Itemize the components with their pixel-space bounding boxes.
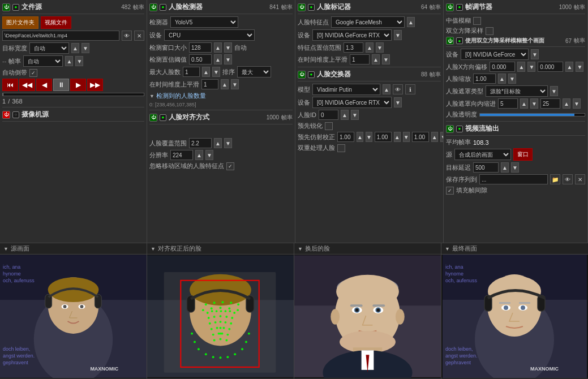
delay-input[interactable] <box>473 162 499 173</box>
output-power-btn[interactable]: ⏻ <box>446 125 454 133</box>
lm-sm-down[interactable]: ▼ <box>382 54 390 64</box>
source-collapse[interactable]: ▼ <box>3 246 8 252</box>
eye-icon[interactable]: 👁 <box>122 31 132 41</box>
save-folder-icon[interactable]: 📁 <box>550 174 560 184</box>
tab-image-folder[interactable]: 图片文件夹 <box>2 16 38 29</box>
output-check[interactable]: ● <box>456 126 463 132</box>
pre-align-v3[interactable] <box>412 132 429 142</box>
coverage-input[interactable] <box>189 138 212 148</box>
er-up[interactable]: ▲ <box>520 98 528 109</box>
opacity-slider[interactable] <box>479 113 585 117</box>
threshold-down[interactable]: ▼ <box>224 54 232 64</box>
resolution-up[interactable]: ▲ <box>195 150 203 160</box>
pa2-up[interactable]: ▲ <box>394 132 401 142</box>
max-faces-up[interactable]: ▲ <box>202 67 210 77</box>
max-faces-down[interactable]: ▼ <box>212 67 220 77</box>
swap-dev-btn[interactable]: ▼ <box>394 97 402 107</box>
camera-check[interactable]: ○ <box>12 111 19 118</box>
detector-select[interactable]: YoloV5 <box>170 16 238 28</box>
swap-model-select[interactable]: Vladimir Putin <box>312 84 380 95</box>
ffwd-btn[interactable]: ▶▶ <box>87 79 103 91</box>
threshold-input[interactable] <box>189 54 212 64</box>
dual-check[interactable] <box>337 144 345 152</box>
window-size-input[interactable] <box>189 42 212 53</box>
adj-device-select[interactable]: [0] NVIDIA GeForce <box>461 49 529 60</box>
pre-align-v1[interactable] <box>337 132 354 142</box>
landmark-check[interactable]: ● <box>308 4 315 11</box>
super-check[interactable]: ● <box>456 37 463 44</box>
fps-select[interactable]: 自动 <box>23 55 63 67</box>
adj-dev-btn[interactable]: ▼ <box>531 49 539 59</box>
file-power-btn[interactable]: ⏻ <box>2 3 10 11</box>
window-btn[interactable]: 窗口 <box>513 148 533 161</box>
final-collapse[interactable]: ▼ <box>445 246 450 252</box>
swap-check[interactable]: ● <box>308 71 315 78</box>
fps-up[interactable]: ▲ <box>65 56 73 66</box>
threshold-up[interactable]: ▲ <box>214 54 222 64</box>
blur-input[interactable] <box>540 98 560 109</box>
lm-device-select[interactable]: [0] NVIDIA GeForce RTX 3 <box>312 29 392 41</box>
erode-input[interactable] <box>498 98 518 109</box>
target-width-up[interactable]: ▲ <box>71 43 79 53</box>
lm-smooth-input[interactable] <box>350 54 370 64</box>
lm-up[interactable]: ▲ <box>407 17 415 27</box>
fr-down[interactable]: ▼ <box>376 42 384 53</box>
file-active-check[interactable]: ● <box>12 4 19 11</box>
y-shift-input[interactable] <box>538 62 563 72</box>
xs-up[interactable]: ▲ <box>517 62 525 72</box>
ignore-check[interactable]: ✓ <box>226 162 234 170</box>
fid-down[interactable]: ▼ <box>351 110 359 120</box>
pre-align-v2[interactable] <box>375 132 392 142</box>
fwd-btn[interactable]: ▶ <box>70 79 86 91</box>
collapse-arrow[interactable]: ▼ <box>149 93 154 99</box>
swapped-collapse[interactable]: ▼ <box>298 246 303 252</box>
file-path-input[interactable] <box>2 31 119 41</box>
pa3-up[interactable]: ▲ <box>431 132 438 142</box>
coverage-down[interactable]: ▼ <box>224 138 232 148</box>
save-eye-icon[interactable]: 👁 <box>563 174 573 184</box>
resolution-input[interactable] <box>170 150 193 160</box>
target-width-down[interactable]: ▼ <box>81 43 89 53</box>
landmark-type-select[interactable]: Google FaceMesh <box>331 16 405 28</box>
bl-up[interactable]: ▲ <box>563 98 570 109</box>
adjust-power-btn[interactable]: ⏻ <box>446 3 454 11</box>
sort-select[interactable]: 最大 <box>237 66 271 77</box>
face-id-input[interactable] <box>319 110 338 120</box>
window-size-down[interactable]: ▼ <box>224 42 232 53</box>
mask-btn[interactable]: ▼ <box>550 86 558 96</box>
align-check[interactable]: ● <box>160 114 166 121</box>
er-down[interactable]: ▼ <box>530 98 538 109</box>
detect-power-btn[interactable]: ⏻ <box>149 3 157 11</box>
landmark-power-btn[interactable]: ⏻ <box>298 3 306 11</box>
del-up[interactable]: ▲ <box>501 162 509 173</box>
pa1-up[interactable]: ▲ <box>357 132 363 142</box>
ys-down[interactable]: ▼ <box>576 62 583 72</box>
align-power-btn[interactable]: ⏻ <box>149 114 157 122</box>
fs-up[interactable]: ▲ <box>498 74 506 84</box>
xs-down[interactable]: ▼ <box>527 62 535 72</box>
feature-range-input[interactable] <box>344 42 363 53</box>
bilateral-check[interactable] <box>486 27 493 35</box>
device-select[interactable]: CPU <box>164 29 255 41</box>
fill-gaps-check[interactable]: ✓ <box>446 187 454 195</box>
rewind-btn[interactable]: ◀◀ <box>19 79 35 91</box>
smooth-input[interactable] <box>201 79 218 89</box>
camera-power-btn[interactable]: ⏻ <box>2 111 10 119</box>
x-shift-input[interactable] <box>490 62 515 72</box>
smooth-down[interactable]: ▼ <box>231 79 239 89</box>
source-select[interactable]: 合成后的画面 <box>454 149 511 160</box>
lm-sm-up[interactable]: ▲ <box>372 54 380 64</box>
bl-down[interactable]: ▼ <box>573 98 581 109</box>
fs-down[interactable]: ▼ <box>508 74 516 84</box>
eye-swap-icon[interactable]: 👁 <box>393 84 403 94</box>
face-scale-input[interactable] <box>473 74 496 84</box>
mask-type-select[interactable]: 源脸*目标脸 <box>486 85 548 97</box>
fps-down[interactable]: ▼ <box>75 56 83 66</box>
fid-up[interactable]: ▲ <box>341 110 349 120</box>
adjust-check[interactable]: ● <box>456 4 463 11</box>
prev-btn[interactable]: ⏮ <box>2 79 18 91</box>
save-close-icon[interactable]: ✕ <box>575 174 585 184</box>
coverage-up[interactable]: ▲ <box>214 138 222 148</box>
fr-up[interactable]: ▲ <box>366 42 374 53</box>
lm-dev-btn[interactable]: ▼ <box>394 30 402 40</box>
